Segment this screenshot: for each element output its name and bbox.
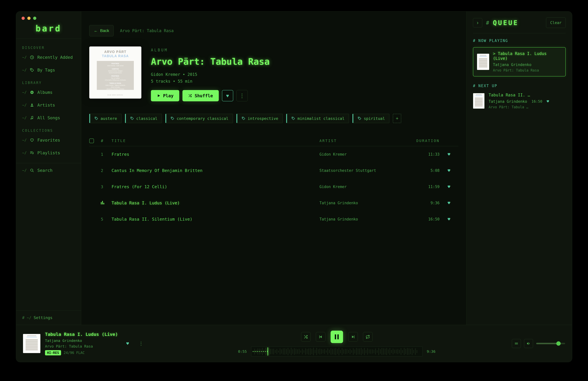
queue-now-playing-item[interactable]: > Tabula Rasa I. Ludus (Live) Tatjana Gr…	[473, 47, 566, 76]
volume-thumb[interactable]	[556, 341, 561, 346]
album-artist-year: Gidon Kremer • 2015	[151, 72, 270, 77]
play-button[interactable]: Play	[151, 90, 179, 101]
tag-chip-austere[interactable]: austere	[89, 114, 122, 123]
track-table-header: # TITLE ARTIST DURATION	[89, 135, 458, 146]
favorite-track-icon[interactable]: ♥	[448, 184, 450, 189]
pause-icon	[335, 334, 336, 339]
select-all-checkbox[interactable]	[89, 138, 94, 143]
previous-track-button[interactable]	[316, 332, 325, 342]
format-info: 24/96 FLAC	[64, 351, 85, 355]
shuffle-button[interactable]: Shuffle	[182, 90, 219, 101]
seek-bar[interactable]	[251, 347, 422, 356]
track-table: # TITLE ARTIST DURATION 1 Fratres Gidon …	[89, 135, 458, 227]
skip-previous-icon	[318, 335, 323, 339]
playlist-icon	[29, 150, 34, 155]
tag-chip-classical[interactable]: classical	[125, 114, 162, 123]
sidebar-item-recently-added[interactable]: ~/ Recently Added	[21, 51, 76, 64]
queue-next-item[interactable]: Tabula Rasa II. … Tatjana Grindenko 16:5…	[473, 93, 566, 109]
section-label-collections: COLLECTIONS	[22, 129, 75, 133]
tag-icon	[358, 116, 361, 120]
queue-list-icon	[514, 341, 518, 346]
table-row[interactable]: 3 Fratres (For 12 Celli) Gidon Kremer 11…	[89, 179, 458, 195]
tag-chip-introspective[interactable]: introspective	[236, 114, 283, 123]
sidebar-item-all-songs[interactable]: ~/ All Songs	[21, 112, 76, 124]
clear-queue-button[interactable]: Clear	[546, 18, 566, 28]
sidebar-item-albums[interactable]: ~/ Albums	[21, 86, 76, 99]
sidebar-item-settings[interactable]: # ~/ Settings	[16, 310, 81, 325]
favorite-track-icon[interactable]: ♥	[448, 217, 450, 222]
sidebar-item-favorites[interactable]: ~/ Favorites	[21, 134, 76, 147]
close-window-button[interactable]	[21, 17, 25, 20]
favorite-track-icon[interactable]: ♥	[448, 152, 450, 157]
plus-icon: +	[396, 116, 399, 121]
shuffle-button[interactable]	[301, 332, 311, 342]
favorite-track-icon[interactable]: ♥	[547, 99, 549, 104]
mute-button[interactable]	[524, 339, 533, 348]
sidebar-item-label: By Tags	[37, 67, 55, 72]
player-cover-thumbnail	[23, 334, 40, 353]
favorite-track-icon[interactable]: ♥	[448, 201, 450, 205]
heart-outline-icon	[29, 138, 34, 143]
repeat-button[interactable]	[363, 332, 373, 342]
minimize-window-button[interactable]	[27, 17, 31, 20]
app-logo: bard	[16, 23, 81, 33]
table-row[interactable]: 1 Fratres Gidon Kremer 11:33 ♥	[89, 146, 458, 162]
main-content: ← Back Arvo Pärt: Tabula Rasa ARVO PÄRT …	[81, 11, 466, 325]
album-cover-tracklist: FRATRES Gidon Kremer · Keith Jarrett CAN…	[97, 61, 134, 90]
player-track-album: Arvo Pärt: Tabula Rasa	[45, 344, 118, 348]
queue-divider	[473, 33, 566, 33]
shuffle-icon	[304, 335, 308, 339]
tag-chip-spiritual[interactable]: spiritual	[353, 114, 389, 123]
collapse-queue-button[interactable]: ›	[473, 18, 482, 27]
tag-icon	[29, 67, 34, 72]
back-button[interactable]: ← Back	[89, 25, 114, 36]
player-more-button[interactable]: ⋮	[139, 341, 143, 346]
table-row[interactable]: 5 Tabula Rasa II. Silentium (Live) Tatja…	[89, 211, 458, 227]
tag-list: austere classical contemporary classical…	[89, 114, 458, 123]
maximize-window-button[interactable]	[33, 17, 36, 20]
album-cover-art: ARVO PÄRT TABULA RASA FRATRES Gidon Krem…	[89, 46, 141, 99]
seek-played-dots	[253, 351, 268, 352]
topbar: ← Back Arvo Pärt: Tabula Rasa	[89, 11, 458, 36]
kebab-menu-icon: ⋮	[239, 93, 245, 99]
sidebar-item-label: Artists	[37, 103, 55, 108]
volume-slider[interactable]	[536, 343, 565, 344]
favorite-track-icon[interactable]: ♥	[448, 168, 450, 173]
column-header-duration: DURATION	[415, 139, 440, 143]
pause-button[interactable]	[331, 331, 343, 343]
queue-item-cover	[473, 93, 484, 109]
sidebar-item-playlists[interactable]: ~/ Playlists	[21, 147, 76, 159]
column-header-title: TITLE	[112, 139, 319, 143]
album-more-button[interactable]: ⋮	[236, 90, 248, 101]
sidebar-item-search[interactable]: ~/ Search	[21, 164, 76, 177]
disc-icon	[29, 90, 34, 95]
repeat-icon	[366, 335, 370, 339]
favorite-album-button[interactable]: ♥	[222, 90, 233, 101]
back-arrow-icon: ←	[94, 28, 98, 33]
sidebar-item-by-tags[interactable]: ~/ By Tags	[21, 64, 76, 76]
person-icon	[29, 103, 34, 108]
tag-chip-contemporary-classical[interactable]: contemporary classical	[165, 114, 233, 123]
sidebar-divider	[16, 163, 81, 163]
sidebar-item-artists[interactable]: ~/ Artists	[21, 99, 76, 112]
favorite-track-button[interactable]: ♥	[126, 341, 129, 346]
window-controls	[16, 11, 81, 20]
queue-toggle-button[interactable]	[512, 339, 521, 348]
column-header-number: #	[101, 138, 112, 143]
now-playing-label: # NOW PLAYING	[473, 39, 566, 43]
section-label-library: LIBRARY	[22, 81, 75, 85]
add-tag-button[interactable]: +	[393, 114, 401, 123]
now-playing-eq-icon	[101, 201, 104, 204]
shuffle-icon	[188, 94, 192, 98]
table-row[interactable]: 2 Cantus In Memory Of Benjamin Britten S…	[89, 162, 458, 179]
player-bar: Tabula Rasa I. Ludus (Live) Tatjana Grin…	[16, 325, 572, 362]
next-up-label: # NEXT UP	[473, 84, 566, 88]
app-window: bard DISCOVER ~/ Recently Added ~/ By Ta…	[16, 11, 572, 362]
sidebar-item-label: Recently Added	[37, 55, 73, 60]
tag-chip-minimalist-classical[interactable]: minimalist classical	[286, 114, 349, 123]
next-track-button[interactable]	[348, 332, 358, 342]
table-row-now-playing[interactable]: Tabula Rasa I. Ludus (Live) Tatjana Grin…	[89, 195, 458, 211]
seek-playhead[interactable]	[268, 347, 268, 356]
skip-next-icon	[351, 335, 355, 339]
sidebar: bard DISCOVER ~/ Recently Added ~/ By Ta…	[16, 11, 81, 325]
